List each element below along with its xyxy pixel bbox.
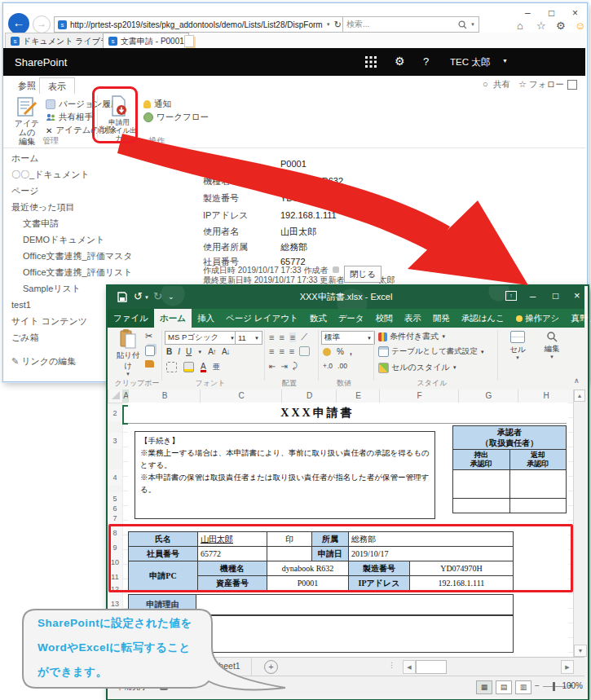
tab-home[interactable]: ホーム (154, 309, 192, 328)
export-application-file-button[interactable]: 申請用 ファイル出力 (100, 95, 138, 143)
scroll-up-icon[interactable]: ▲ (574, 390, 585, 402)
close-form-button[interactable]: 閉じる (344, 266, 382, 283)
underline-button[interactable]: U (186, 347, 192, 356)
column-header-C[interactable]: C (200, 390, 283, 403)
decrease-decimal-icon[interactable]: .00 (337, 362, 347, 370)
ribbon-display-options-icon[interactable]: ↑ (505, 291, 517, 301)
page-break-view-icon[interactable]: ▥ (515, 680, 531, 694)
tab-developer[interactable]: 開発 (427, 309, 456, 328)
ie-close-button[interactable]: × (572, 7, 578, 19)
sidebar-item-documents[interactable]: 〇〇_ドキュメント (11, 169, 195, 180)
select-all-corner[interactable] (108, 390, 124, 403)
search-icon[interactable] (458, 20, 467, 29)
share-button[interactable]: 共有 (493, 79, 510, 90)
cut-icon[interactable]: ✂ (145, 331, 152, 341)
tab-tell-me[interactable]: 操作アシ (510, 309, 566, 328)
ie-minimize-button[interactable]: – (525, 7, 531, 19)
tab-data[interactable]: データ (333, 309, 370, 328)
focus-on-content-icon[interactable] (567, 80, 577, 90)
column-header-E[interactable]: E (336, 390, 381, 403)
format-as-table-button[interactable]: テーブルとして書式設定▼ (378, 346, 485, 357)
tab-page-layout[interactable]: ページ レイアウト (220, 309, 304, 328)
collapse-ribbon-icon[interactable]: ∧ (574, 376, 580, 385)
decrease-indent-icon[interactable]: ⇤ (269, 362, 276, 371)
suite-settings-gear-icon[interactable]: ⚙ (395, 55, 405, 68)
copy-icon[interactable] (145, 346, 155, 356)
ie-maximize-button[interactable]: □ (549, 7, 554, 19)
row-header-8[interactable]: 8 (108, 526, 123, 540)
app-launcher-icon[interactable] (365, 56, 377, 68)
phonetic-guide-icon[interactable]: 亜 (213, 362, 220, 372)
feedback-smiley-icon[interactable]: ☺ (575, 20, 585, 32)
sidebar-item-demo-document[interactable]: DEMOドキュメント (11, 235, 195, 245)
conditional-formatting-button[interactable]: 条件付き書式▼ (378, 331, 446, 342)
accounting-format-icon[interactable] (323, 348, 331, 356)
wrap-text-icon[interactable]: ⤸ (293, 361, 298, 371)
format-painter-icon[interactable] (145, 360, 154, 368)
settings-icon[interactable]: ⚙ (556, 20, 566, 32)
italic-button[interactable]: I (178, 347, 180, 356)
grow-font-icon[interactable]: A↑ (208, 347, 216, 356)
row-header-12[interactable]: 12 (108, 584, 123, 594)
borders-icon[interactable] (166, 362, 177, 372)
row-header-9[interactable]: 9 (108, 540, 123, 555)
new-tab-button[interactable] (184, 35, 194, 47)
sidebar-item-recent[interactable]: 最近使った項目 (11, 202, 195, 213)
excel-maximize-button[interactable]: □ (553, 290, 558, 302)
search-box[interactable]: 検索... ▼ (342, 16, 479, 33)
home-icon[interactable]: ⌂ (517, 20, 523, 32)
vertical-scrollbar[interactable]: ▲ ▼ (573, 390, 585, 657)
align-center-icon[interactable]: ≡ (279, 346, 284, 356)
zoom-level[interactable]: 100% (562, 681, 583, 690)
fill-color-icon[interactable] (183, 362, 194, 372)
row-header-4[interactable]: 4 (108, 469, 123, 486)
scroll-down-icon[interactable]: ▼ (574, 645, 587, 657)
merge-center-icon[interactable] (299, 346, 310, 356)
font-size-select[interactable]: 11▼ (235, 331, 262, 345)
hscroll-left-icon[interactable]: ◀ (403, 660, 416, 674)
column-header-D[interactable]: D (281, 390, 337, 403)
hscroll-right-icon[interactable]: ▶ (561, 660, 574, 674)
workflow-button[interactable]: ワークフロー (143, 112, 209, 123)
column-header-G[interactable]: G (458, 390, 519, 403)
sidebar-item-bunsho-shinsei[interactable]: 文書申請 (11, 218, 195, 229)
underline-caret-icon[interactable]: ▼ (197, 350, 202, 354)
tab-view[interactable]: 表示 (399, 309, 427, 328)
column-header-F[interactable]: F (379, 390, 460, 403)
hscroll-thumb[interactable] (416, 660, 447, 674)
column-header-H[interactable]: H (518, 390, 575, 403)
follow-button[interactable]: フォロー (529, 79, 564, 90)
increase-decimal-icon[interactable]: +.0 (323, 362, 333, 370)
back-button[interactable]: ← (8, 13, 29, 34)
shrink-font-icon[interactable]: A↓ (222, 347, 230, 356)
percent-style-icon[interactable]: % (337, 347, 344, 356)
row-header-5[interactable]: 5 (108, 492, 123, 505)
comma-style-icon[interactable]: , (350, 347, 352, 356)
row-header-10[interactable]: 10 (108, 555, 123, 570)
refresh-icon[interactable]: ↻ (334, 20, 342, 30)
font-color-icon[interactable]: A (201, 363, 206, 372)
zoom-slider-thumb[interactable] (553, 682, 555, 691)
sharepoint-brand[interactable]: SharePoint (15, 56, 67, 68)
tab-review[interactable]: 校閲 (370, 309, 399, 328)
favorites-icon[interactable]: ☆ (536, 20, 546, 32)
cells-button[interactable]: セル ▼ (504, 331, 531, 360)
row-header-7[interactable]: 7 (108, 514, 123, 523)
tab-formulas[interactable]: 数式 (304, 309, 333, 328)
zoom-out-icon[interactable]: − (535, 681, 540, 690)
tab-insert[interactable]: 挿入 (192, 309, 220, 328)
splitter-dots-icon[interactable]: ⋮ (388, 661, 396, 669)
alert-me-button[interactable]: 通知 (143, 99, 171, 110)
row-header-2[interactable]: 2 (108, 405, 123, 421)
align-middle-icon[interactable]: ≡ (279, 332, 284, 342)
address-dropdown-icon[interactable]: ▼ (326, 22, 331, 27)
tab-file[interactable]: ファイル (108, 309, 154, 328)
editing-button[interactable]: 編集 ▼ (538, 331, 566, 359)
row-header-11[interactable]: 11 (108, 570, 123, 584)
normal-view-icon[interactable]: ▦ (476, 680, 492, 694)
signed-in-user[interactable]: 真野 広大 (565, 309, 591, 328)
forward-button[interactable]: → (33, 15, 51, 33)
align-bottom-icon[interactable]: ≡ (289, 332, 296, 342)
paste-button[interactable]: 貼り付け ▼ (114, 329, 142, 376)
page-layout-view-icon[interactable]: ▤ (496, 680, 512, 694)
